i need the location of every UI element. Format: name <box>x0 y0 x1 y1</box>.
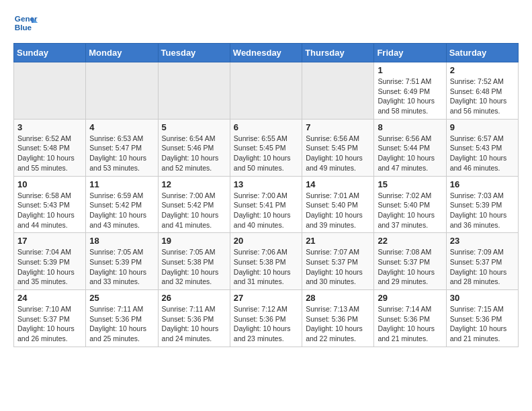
calendar-cell: 19Sunrise: 7:05 AM Sunset: 5:38 PM Dayli… <box>158 233 230 290</box>
calendar-header-tuesday: Tuesday <box>158 44 230 62</box>
day-number: 8 <box>378 122 442 132</box>
calendar-cell: 28Sunrise: 7:13 AM Sunset: 5:36 PM Dayli… <box>302 290 374 347</box>
calendar-cell: 10Sunrise: 6:58 AM Sunset: 5:43 PM Dayli… <box>14 176 86 233</box>
day-number: 10 <box>17 179 82 189</box>
calendar-table: SundayMondayTuesdayWednesdayThursdayFrid… <box>13 43 519 347</box>
day-number: 28 <box>306 293 370 303</box>
calendar-cell: 17Sunrise: 7:04 AM Sunset: 5:39 PM Dayli… <box>14 233 86 290</box>
day-number: 14 <box>306 179 370 189</box>
calendar-cell: 21Sunrise: 7:07 AM Sunset: 5:37 PM Dayli… <box>302 233 374 290</box>
calendar-cell: 30Sunrise: 7:15 AM Sunset: 5:36 PM Dayli… <box>446 290 518 347</box>
calendar-cell: 8Sunrise: 6:56 AM Sunset: 5:44 PM Daylig… <box>374 119 446 176</box>
day-number: 17 <box>17 236 82 246</box>
day-info: Sunrise: 7:52 AM Sunset: 6:48 PM Dayligh… <box>450 77 515 116</box>
calendar-cell: 1Sunrise: 7:51 AM Sunset: 6:49 PM Daylig… <box>374 62 446 120</box>
calendar-cell <box>302 62 374 120</box>
day-info: Sunrise: 6:55 AM Sunset: 5:45 PM Dayligh… <box>234 134 298 173</box>
day-number: 16 <box>450 179 515 189</box>
day-info: Sunrise: 7:00 AM Sunset: 5:42 PM Dayligh… <box>162 191 226 230</box>
calendar-header-friday: Friday <box>374 44 446 62</box>
day-number: 9 <box>450 122 515 132</box>
calendar-header-thursday: Thursday <box>302 44 374 62</box>
day-info: Sunrise: 7:13 AM Sunset: 5:36 PM Dayligh… <box>306 304 370 344</box>
calendar-cell: 6Sunrise: 6:55 AM Sunset: 5:45 PM Daylig… <box>230 119 302 176</box>
day-number: 7 <box>306 122 370 132</box>
day-info: Sunrise: 7:15 AM Sunset: 5:36 PM Dayligh… <box>450 304 515 344</box>
day-info: Sunrise: 6:56 AM Sunset: 5:44 PM Dayligh… <box>378 134 442 173</box>
calendar-cell: 13Sunrise: 7:00 AM Sunset: 5:41 PM Dayli… <box>230 176 302 233</box>
calendar-cell: 4Sunrise: 6:53 AM Sunset: 5:47 PM Daylig… <box>86 119 158 176</box>
day-info: Sunrise: 7:51 AM Sunset: 6:49 PM Dayligh… <box>378 77 442 116</box>
day-info: Sunrise: 7:02 AM Sunset: 5:40 PM Dayligh… <box>378 191 442 230</box>
calendar-week-row: 3Sunrise: 6:52 AM Sunset: 5:48 PM Daylig… <box>14 119 519 176</box>
day-number: 25 <box>89 293 154 303</box>
day-number: 6 <box>234 122 298 132</box>
day-number: 4 <box>89 122 154 132</box>
day-info: Sunrise: 7:07 AM Sunset: 5:37 PM Dayligh… <box>306 247 370 287</box>
calendar-cell: 3Sunrise: 6:52 AM Sunset: 5:48 PM Daylig… <box>14 119 86 176</box>
calendar-cell: 20Sunrise: 7:06 AM Sunset: 5:38 PM Dayli… <box>230 233 302 290</box>
calendar-cell: 29Sunrise: 7:14 AM Sunset: 5:36 PM Dayli… <box>374 290 446 347</box>
day-info: Sunrise: 7:14 AM Sunset: 5:36 PM Dayligh… <box>378 304 442 344</box>
day-number: 27 <box>234 293 298 303</box>
calendar-cell: 18Sunrise: 7:05 AM Sunset: 5:39 PM Dayli… <box>86 233 158 290</box>
calendar-cell: 9Sunrise: 6:57 AM Sunset: 5:43 PM Daylig… <box>446 119 518 176</box>
calendar-cell: 27Sunrise: 7:12 AM Sunset: 5:36 PM Dayli… <box>230 290 302 347</box>
calendar-week-row: 10Sunrise: 6:58 AM Sunset: 5:43 PM Dayli… <box>14 176 519 233</box>
calendar-cell: 24Sunrise: 7:10 AM Sunset: 5:37 PM Dayli… <box>14 290 86 347</box>
calendar-cell: 16Sunrise: 7:03 AM Sunset: 5:39 PM Dayli… <box>446 176 518 233</box>
day-number: 13 <box>234 179 298 189</box>
svg-text:Blue: Blue <box>15 23 32 32</box>
day-info: Sunrise: 6:59 AM Sunset: 5:42 PM Dayligh… <box>89 191 154 230</box>
calendar-cell: 15Sunrise: 7:02 AM Sunset: 5:40 PM Dayli… <box>374 176 446 233</box>
calendar-cell: 7Sunrise: 6:56 AM Sunset: 5:45 PM Daylig… <box>302 119 374 176</box>
day-info: Sunrise: 7:09 AM Sunset: 5:37 PM Dayligh… <box>450 247 515 287</box>
day-info: Sunrise: 6:53 AM Sunset: 5:47 PM Dayligh… <box>89 134 154 173</box>
day-info: Sunrise: 6:52 AM Sunset: 5:48 PM Dayligh… <box>17 134 82 173</box>
calendar-cell: 14Sunrise: 7:01 AM Sunset: 5:40 PM Dayli… <box>302 176 374 233</box>
day-info: Sunrise: 6:58 AM Sunset: 5:43 PM Dayligh… <box>17 191 82 230</box>
day-info: Sunrise: 7:03 AM Sunset: 5:39 PM Dayligh… <box>450 191 515 230</box>
day-number: 30 <box>450 293 515 303</box>
day-info: Sunrise: 6:56 AM Sunset: 5:45 PM Dayligh… <box>306 134 370 173</box>
calendar-cell <box>14 62 86 120</box>
calendar-cell: 22Sunrise: 7:08 AM Sunset: 5:37 PM Dayli… <box>374 233 446 290</box>
day-number: 2 <box>450 65 515 75</box>
day-info: Sunrise: 7:06 AM Sunset: 5:38 PM Dayligh… <box>234 247 298 287</box>
calendar-cell: 26Sunrise: 7:11 AM Sunset: 5:36 PM Dayli… <box>158 290 230 347</box>
day-number: 26 <box>162 293 226 303</box>
calendar-header-row: SundayMondayTuesdayWednesdayThursdayFrid… <box>14 44 519 62</box>
day-number: 18 <box>89 236 154 246</box>
day-number: 22 <box>378 236 442 246</box>
calendar-cell <box>158 62 230 120</box>
day-info: Sunrise: 7:05 AM Sunset: 5:39 PM Dayligh… <box>89 247 154 287</box>
calendar-cell <box>230 62 302 120</box>
page-header: General Blue <box>13 11 519 35</box>
day-info: Sunrise: 7:00 AM Sunset: 5:41 PM Dayligh… <box>234 191 298 230</box>
day-number: 19 <box>162 236 226 246</box>
day-number: 24 <box>17 293 82 303</box>
calendar-cell: 5Sunrise: 6:54 AM Sunset: 5:46 PM Daylig… <box>158 119 230 176</box>
day-number: 23 <box>450 236 515 246</box>
calendar-week-row: 17Sunrise: 7:04 AM Sunset: 5:39 PM Dayli… <box>14 233 519 290</box>
day-info: Sunrise: 6:54 AM Sunset: 5:46 PM Dayligh… <box>162 134 226 173</box>
calendar-cell: 25Sunrise: 7:11 AM Sunset: 5:36 PM Dayli… <box>86 290 158 347</box>
calendar-cell: 12Sunrise: 7:00 AM Sunset: 5:42 PM Dayli… <box>158 176 230 233</box>
day-info: Sunrise: 7:12 AM Sunset: 5:36 PM Dayligh… <box>234 304 298 344</box>
day-number: 20 <box>234 236 298 246</box>
calendar-cell <box>86 62 158 120</box>
calendar-week-row: 24Sunrise: 7:10 AM Sunset: 5:37 PM Dayli… <box>14 290 519 347</box>
day-info: Sunrise: 7:08 AM Sunset: 5:37 PM Dayligh… <box>378 247 442 287</box>
day-number: 5 <box>162 122 226 132</box>
day-info: Sunrise: 7:11 AM Sunset: 5:36 PM Dayligh… <box>89 304 154 344</box>
day-info: Sunrise: 7:01 AM Sunset: 5:40 PM Dayligh… <box>306 191 370 230</box>
day-number: 15 <box>378 179 442 189</box>
day-info: Sunrise: 7:04 AM Sunset: 5:39 PM Dayligh… <box>17 247 82 287</box>
day-number: 1 <box>378 65 442 75</box>
calendar-header-monday: Monday <box>86 44 158 62</box>
day-info: Sunrise: 7:11 AM Sunset: 5:36 PM Dayligh… <box>162 304 226 344</box>
calendar-header-saturday: Saturday <box>446 44 518 62</box>
calendar-cell: 11Sunrise: 6:59 AM Sunset: 5:42 PM Dayli… <box>86 176 158 233</box>
logo: General Blue <box>13 11 38 35</box>
calendar-header-wednesday: Wednesday <box>230 44 302 62</box>
